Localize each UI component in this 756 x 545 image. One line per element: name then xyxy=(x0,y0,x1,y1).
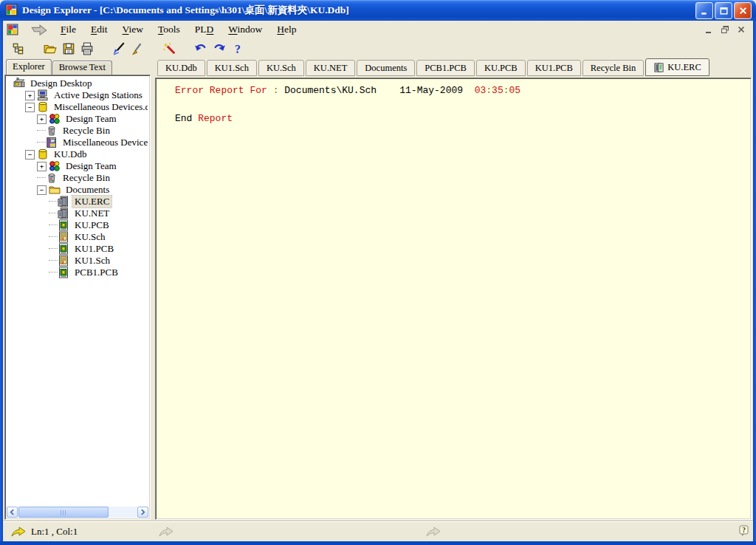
hierarchy-icon[interactable] xyxy=(9,40,27,58)
tree-item-ku.pcb[interactable]: KU.PCB xyxy=(7,219,148,231)
sch-doc-icon xyxy=(58,231,69,243)
mdi-document-icon[interactable] xyxy=(7,24,19,36)
tree-connector xyxy=(49,260,58,261)
status-arrow-gray-icon xyxy=(425,527,441,538)
menu-window[interactable]: Window xyxy=(221,22,269,37)
maximize-button[interactable] xyxy=(715,2,732,19)
scroll-left-button[interactable] xyxy=(7,507,18,518)
close-button[interactable] xyxy=(734,2,752,19)
tree-item-active-design-stations[interactable]: +Active Design Stations xyxy=(7,89,148,101)
title-bar: Design Explorer - [C:\Documents and Sett… xyxy=(0,0,756,21)
tree-connector xyxy=(49,224,58,226)
tree-connector xyxy=(49,272,58,273)
collapse-icon[interactable]: − xyxy=(25,150,35,160)
workstation-icon xyxy=(37,89,49,101)
document-tab-ku.erc[interactable]: KU.ERC xyxy=(645,58,709,76)
tab-label: Documents xyxy=(365,63,407,74)
tree-item-ku.erc[interactable]: KU.ERC xyxy=(7,196,148,208)
document-tab-ku.net[interactable]: KU.NET xyxy=(306,60,355,76)
tree-item-pcb1.pcb[interactable]: PCB1.PCB xyxy=(7,267,148,278)
menu-view[interactable]: View xyxy=(115,22,151,37)
document-tab-pcb1.pcb[interactable]: PCB1.PCB xyxy=(416,60,475,76)
undo-icon[interactable] xyxy=(191,40,210,58)
tree-horizontal-scrollbar[interactable] xyxy=(7,507,148,518)
tree-item-label: KU.ERC xyxy=(72,196,111,208)
design-tree: Design Desktop+Active Design Stations−Mi… xyxy=(7,78,148,505)
tab-label: KU.Ddb xyxy=(165,63,197,74)
tree-item-ku.sch[interactable]: KU.Sch xyxy=(7,231,148,243)
collapse-icon[interactable]: − xyxy=(25,103,35,112)
document-tab-ku.sch[interactable]: KU.Sch xyxy=(258,60,304,76)
cursor-position: Ln:1 , Col:1 xyxy=(31,526,78,538)
document-tab-ku1.pcb[interactable]: KU1.PCB xyxy=(527,60,581,76)
window-controls xyxy=(695,2,756,19)
tree-item-ku1.sch[interactable]: KU1.Sch xyxy=(7,255,148,267)
toolbar-group xyxy=(109,40,146,58)
down-arrow-icon[interactable] xyxy=(30,24,49,35)
cut-tool-icon[interactable] xyxy=(109,40,128,58)
print-icon[interactable] xyxy=(78,40,96,58)
minimize-button[interactable] xyxy=(695,2,713,19)
document-tab-documents[interactable]: Documents xyxy=(357,60,415,76)
save-icon[interactable] xyxy=(59,40,78,58)
tree-item-label: Design Team xyxy=(63,160,119,172)
document-tab-ku.pcb[interactable]: KU.PCB xyxy=(476,60,526,76)
mdi-close-button[interactable] xyxy=(735,24,747,35)
menu-pld[interactable]: PLD xyxy=(188,22,221,37)
toolbar-group: ? xyxy=(191,40,247,58)
tab-label: KU.ERC xyxy=(667,62,701,73)
tree-item-miscellaneous-devices.ddb[interactable]: −Miscellaneous Devices.ddb xyxy=(7,101,148,113)
tree-item-label: Design Desktop xyxy=(28,78,94,89)
mdi-restore-button[interactable] xyxy=(719,24,731,35)
document-tab-recycle-bin[interactable]: Recycle Bin xyxy=(583,60,644,76)
panel-tab-explorer[interactable]: Explorer xyxy=(6,59,52,75)
report-segment: 03 xyxy=(475,85,487,96)
tree-item-label: Miscellaneous Devices.ddb xyxy=(52,101,148,113)
tree-item-label: KU.Sch xyxy=(72,231,108,243)
pcb-doc-icon xyxy=(58,219,69,231)
tree-item-miscellaneous-devices.lib[interactable]: QoMiscellaneous Devices.lib xyxy=(7,137,148,148)
expand-icon[interactable]: + xyxy=(25,91,35,100)
tab-label: Recycle Bin xyxy=(591,63,636,74)
tree-item-ku.ddb[interactable]: −KU.Ddb xyxy=(7,148,148,160)
scrollbar-thumb[interactable] xyxy=(18,507,109,518)
report-segment: 05 xyxy=(509,85,521,96)
error-report-text[interactable]: Error Report For : Documents\KU.Sch 11-M… xyxy=(155,78,752,520)
tree-item-design-team[interactable]: +Design Team xyxy=(7,113,148,125)
redo-icon[interactable] xyxy=(210,40,228,58)
scroll-right-button[interactable] xyxy=(137,507,148,518)
status-help-icon[interactable]: ? xyxy=(739,525,749,537)
tree-item-label: KU1.Sch xyxy=(72,255,112,267)
tab-label: KU.NET xyxy=(314,63,347,74)
panel-tabs: ExplorerBrowse Text xyxy=(4,59,151,75)
tree-item-recycle-bin[interactable]: Recycle Bin xyxy=(7,125,148,137)
tree-item-ku.net[interactable]: KU.NET xyxy=(7,208,148,219)
tab-label: KU1.Sch xyxy=(215,63,249,74)
tree-connector xyxy=(37,130,46,131)
tree-item-documents[interactable]: −Documents xyxy=(7,184,148,196)
tree-item-label: Documents xyxy=(63,184,111,196)
document-tab-ku.ddb[interactable]: KU.Ddb xyxy=(157,60,205,76)
pen-tool-icon[interactable] xyxy=(128,40,146,58)
tree-item-design-desktop[interactable]: Design Desktop xyxy=(7,78,148,89)
document-tab-ku1.sch[interactable]: KU1.Sch xyxy=(207,60,257,76)
expand-icon[interactable]: + xyxy=(37,114,47,124)
menu-file[interactable]: File xyxy=(53,22,83,37)
open-folder-icon[interactable] xyxy=(41,40,59,58)
tree-item-label: Active Design Stations xyxy=(52,89,145,101)
tree-item-ku1.pcb[interactable]: KU1.PCB xyxy=(7,243,148,255)
report-line xyxy=(175,97,751,112)
menu-help[interactable]: Help xyxy=(269,22,303,37)
expand-icon[interactable]: + xyxy=(37,162,47,171)
menu-edit[interactable]: Edit xyxy=(83,22,115,37)
tree-item-recycle-bin[interactable]: Recycle Bin xyxy=(7,172,148,184)
wand-icon[interactable] xyxy=(159,40,178,58)
pcb-doc-icon xyxy=(58,267,69,278)
collapse-icon[interactable]: − xyxy=(37,185,47,195)
mdi-minimize-button[interactable] xyxy=(703,24,715,35)
tree-item-design-team[interactable]: +Design Team xyxy=(7,160,148,172)
recycle-bin-icon xyxy=(46,172,58,184)
menu-tools[interactable]: Tools xyxy=(151,22,188,37)
help-icon[interactable]: ? xyxy=(228,40,247,58)
panel-tab-browse-text[interactable]: Browse Text xyxy=(52,61,112,75)
